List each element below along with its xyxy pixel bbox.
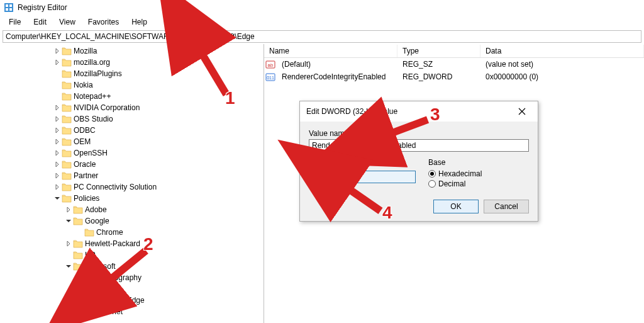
tree-item[interactable]: Notepad++ <box>0 91 264 102</box>
address-bar[interactable]: Computer\HKEY_LOCAL_MACHINE\SOFTWARE\Pol… <box>3 30 641 43</box>
chevron-right-icon[interactable] <box>53 173 62 178</box>
cancel-button[interactable]: Cancel <box>484 200 529 213</box>
tree-item[interactable]: Nokia <box>0 79 264 91</box>
tree-item-label: MicrosoftEdge <box>96 296 145 305</box>
folder-icon <box>62 92 72 101</box>
tree-item[interactable]: Microsoft <box>0 261 264 272</box>
folder-icon <box>73 205 83 214</box>
tree-item-label: Cryptography <box>96 273 142 282</box>
folder-icon <box>62 58 72 67</box>
folder-icon <box>84 307 94 316</box>
tree-item-label: ODBC <box>74 126 96 135</box>
folder-icon <box>62 194 72 203</box>
folder-icon <box>73 262 83 271</box>
address-text: Computer\HKEY_LOCAL_MACHINE\SOFTWARE\Pol… <box>6 32 255 41</box>
folder-icon <box>84 273 94 282</box>
col-data[interactable]: Data <box>480 45 644 57</box>
value-data-input[interactable] <box>309 171 416 183</box>
chevron-right-icon[interactable] <box>53 139 62 144</box>
tree-item[interactable]: OpenSSH <box>0 147 264 159</box>
ok-button[interactable]: OK <box>433 200 479 213</box>
tree-item-label: OpenSSH <box>74 149 108 157</box>
tree-item-label: Edge <box>96 284 116 294</box>
tree-item-label: OBS Studio <box>74 115 113 123</box>
tree-item[interactable]: OBS Studio <box>0 113 264 125</box>
chevron-right-icon[interactable] <box>64 241 73 246</box>
dialog-title-text: Edit DWORD (32-bit) Value <box>306 107 397 116</box>
close-icon[interactable] <box>513 105 531 118</box>
chevron-right-icon[interactable] <box>53 60 62 65</box>
tree-item[interactable]: Chrome <box>0 227 264 238</box>
chevron-right-icon[interactable] <box>53 150 62 156</box>
list-row[interactable]: ab(Default)REG_SZ(value not set) <box>264 58 644 71</box>
tree-item[interactable]: Adobe <box>0 204 264 215</box>
tree-item[interactable]: MicrosoftEdge <box>0 295 264 306</box>
chevron-down-icon[interactable] <box>64 218 73 224</box>
reg-string-icon: ab <box>264 59 277 69</box>
folder-icon <box>62 149 72 157</box>
cell-data: (value not set) <box>480 60 644 69</box>
tree-item-label: Microsoft <box>85 262 116 271</box>
chevron-right-icon[interactable] <box>53 48 62 54</box>
tree-item[interactable]: MozillaPlugins <box>0 68 264 79</box>
col-name[interactable]: Name <box>264 45 397 57</box>
value-name-input[interactable] <box>309 139 529 152</box>
chevron-right-icon[interactable] <box>75 298 84 303</box>
tree-item-label: Policies <box>74 194 99 203</box>
tree-item[interactable]: Mozilla <box>0 45 264 57</box>
chevron-down-icon[interactable] <box>53 196 62 201</box>
list-row[interactable]: 011RendererCodeIntegrityEnabledREG_DWORD… <box>264 71 644 83</box>
col-type[interactable]: Type <box>397 45 480 57</box>
tree-item[interactable]: NVIDIA Corporation <box>0 102 264 113</box>
tree-item[interactable]: OEM <box>0 136 264 147</box>
tree-item[interactable]: Partner <box>0 170 264 181</box>
tree-item-label: NVIDIA Corporation <box>74 103 140 112</box>
menu-edit[interactable]: Edit <box>28 16 52 28</box>
tree-item[interactable]: Oracle <box>0 159 264 170</box>
tree-item[interactable]: Cryptography <box>0 272 264 283</box>
chevron-right-icon[interactable] <box>53 116 62 122</box>
tree-item-label: Adobe <box>85 205 107 214</box>
tree-item[interactable]: Peernet <box>0 306 264 317</box>
regedit-icon <box>4 3 14 13</box>
chevron-right-icon[interactable] <box>75 275 84 280</box>
menu-favorites[interactable]: Favorites <box>83 16 124 28</box>
radio-decimal[interactable]: Decimal <box>428 179 529 188</box>
folder-icon <box>73 251 83 259</box>
cell-type: REG_DWORD <box>397 72 480 81</box>
tree-item-label: Oracle <box>74 160 96 169</box>
menu-bar: File Edit View Favorites Help <box>0 15 644 29</box>
chevron-right-icon[interactable] <box>53 128 62 133</box>
tree-pane[interactable]: Mozillamozilla.orgMozillaPluginsNokiaNot… <box>0 44 264 323</box>
chevron-right-icon[interactable] <box>53 105 62 110</box>
cell-name: RendererCodeIntegrityEnabled <box>277 72 397 81</box>
menu-view[interactable]: View <box>54 16 80 28</box>
menu-file[interactable]: File <box>4 16 26 28</box>
folder-icon <box>62 115 72 123</box>
radio-hexadecimal[interactable]: Hexadecimal <box>428 169 529 178</box>
tree-item[interactable]: ODBC <box>0 125 264 136</box>
tree-item[interactable]: Policies <box>0 193 264 204</box>
folder-icon <box>62 103 72 112</box>
tree-item[interactable]: PC Connectivity Solution <box>0 181 264 193</box>
tree-item-label: Partner <box>74 171 98 180</box>
chevron-right-icon[interactable] <box>53 162 62 167</box>
chevron-right-icon[interactable] <box>64 207 73 212</box>
reg-dword-icon: 011 <box>264 72 277 82</box>
tree-item[interactable]: Edge <box>0 283 264 295</box>
edit-dword-dialog: Edit DWORD (32-bit) Value Value name: Va… <box>299 101 538 222</box>
app-title: Registry Editor <box>18 3 67 12</box>
svg-rect-4 <box>9 8 12 11</box>
tree-item-label: PC Connectivity Solution <box>74 183 157 191</box>
tree-item[interactable]: HP <box>0 249 264 261</box>
menu-help[interactable]: Help <box>126 16 152 28</box>
cell-type: REG_SZ <box>397 60 480 69</box>
folder-icon <box>73 239 83 248</box>
chevron-right-icon[interactable] <box>53 184 62 190</box>
value-name-label: Value name: <box>309 129 529 138</box>
chevron-down-icon[interactable] <box>64 264 73 269</box>
tree-item[interactable]: Google <box>0 215 264 227</box>
tree-item-label: Google <box>85 217 109 225</box>
tree-item[interactable]: Hewlett-Packard <box>0 238 264 249</box>
tree-item[interactable]: mozilla.org <box>0 57 264 68</box>
